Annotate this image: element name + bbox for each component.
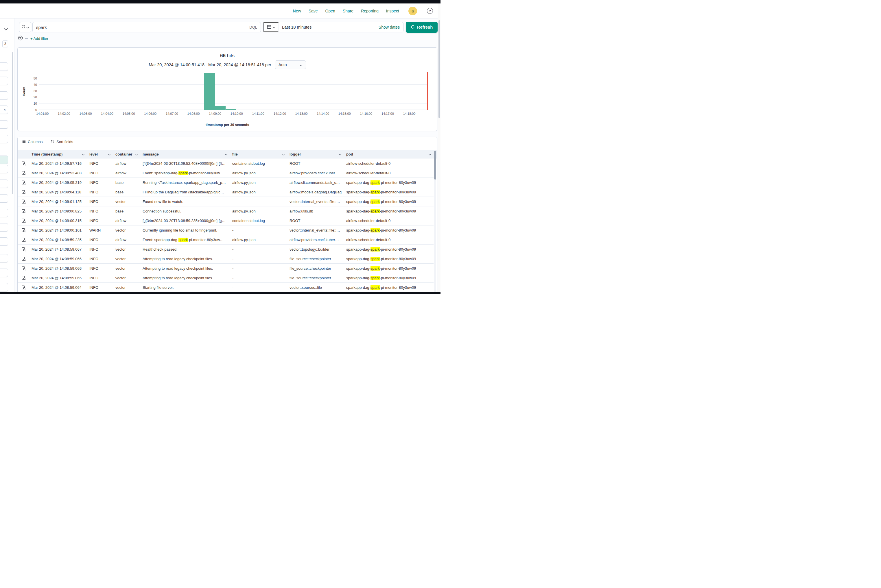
list-icon [22,140,26,144]
header-link-new[interactable]: New [293,9,301,13]
header-link-reporting[interactable]: Reporting [361,9,379,13]
columns-button[interactable]: Columns [22,140,42,144]
avatar[interactable]: a [408,7,417,15]
cell-level: INFO [87,159,113,168]
cell-level: INFO [87,216,113,225]
inspect-document-icon[interactable] [18,283,29,292]
show-dates-button[interactable]: Show dates [379,25,400,30]
inspect-document-icon[interactable] [18,159,29,168]
histogram-bar[interactable] [226,109,236,110]
cell-container: base [113,206,140,216]
field-item[interactable] [0,135,8,143]
inspect-document-icon[interactable] [18,197,29,206]
table-row[interactable]: Mar 20, 2024 @ 14:09:57.716 INFO airflow… [18,159,433,168]
inspect-document-icon[interactable] [18,216,29,225]
chevron-down-icon [135,152,138,156]
inspect-document-icon[interactable] [18,225,29,235]
field-item[interactable] [0,223,8,231]
table-row[interactable]: Mar 20, 2024 @ 14:09:05.219 INFO base Ru… [18,178,433,188]
saved-query-button[interactable] [19,22,31,32]
sort-fields-button[interactable]: Sort fields [51,140,73,144]
cell-file: airflow.py.json [230,235,287,244]
inspect-document-icon[interactable] [18,206,29,216]
table-row[interactable]: Mar 20, 2024 @ 14:08:59.065 INFO vector … [18,273,433,283]
column-header-level[interactable]: level [87,150,113,158]
cell-level: INFO [87,206,113,216]
cell-logger: vector::topology::builder [287,244,344,254]
field-item[interactable] [0,254,8,262]
page-scrollbar[interactable] [438,3,440,292]
cell-pod: sparkapp-dag-spark-pi-monitor-80y3uw09 [344,206,433,216]
table-row[interactable]: Mar 20, 2024 @ 14:08:59.066 INFO vector … [18,254,433,264]
cell-logger: airflow.utils.db [287,206,344,216]
cell-logger: ROOT [287,216,344,225]
chart-plot: 0102030405014:01:0014:02:0014:03:0014:04… [39,72,428,110]
remove-icon[interactable]: × [3,108,6,112]
field-item[interactable] [0,180,8,188]
column-header-message[interactable]: message [140,150,230,158]
x-axis-title: timestamp per 30 seconds [18,123,437,127]
field-item[interactable] [0,120,8,129]
header-link-open[interactable]: Open [325,9,335,13]
refresh-button[interactable]: Refresh [406,22,437,33]
field-item[interactable] [0,156,8,164]
cell-file: airflow.py.json [230,178,287,187]
add-filter-button[interactable]: + Add filter [30,36,48,41]
cell-pod: sparkapp-dag-spark-pi-monitor-80y3uw09 [344,244,433,254]
field-item[interactable] [0,237,8,246]
column-header-file[interactable]: file [230,150,287,158]
column-header-logger[interactable]: logger [287,150,344,158]
field-item[interactable] [0,209,8,217]
table-row[interactable]: Mar 20, 2024 @ 14:09:01.125 INFO vector … [18,197,433,206]
search-input[interactable] [33,25,249,30]
table-row[interactable]: Mar 20, 2024 @ 14:09:00.825 INFO base Co… [18,206,433,216]
table-row[interactable]: Mar 20, 2024 @ 14:09:04.118 INFO base Fi… [18,188,433,197]
inspect-document-icon[interactable] [18,254,29,263]
filter-set-icon[interactable] [18,36,23,42]
fields-count-badge: 3 [2,40,8,47]
table-row[interactable]: Mar 20, 2024 @ 14:08:59.064 INFO vector … [18,283,433,292]
cell-file: - [230,244,287,254]
time-range-label[interactable]: Last 18 minutes [278,25,379,30]
inspect-document-icon[interactable] [18,273,29,282]
histogram-bar[interactable] [215,106,226,110]
field-item[interactable] [0,92,8,100]
cell-time: Mar 20, 2024 @ 14:09:01.125 [29,197,87,206]
histogram-bar[interactable] [204,73,215,110]
column-header-container[interactable]: container [113,150,140,158]
field-item[interactable] [0,76,8,85]
inspect-document-icon[interactable] [18,235,29,244]
table-scrollbar[interactable] [434,150,436,294]
field-item[interactable] [0,165,8,173]
help-icon[interactable]: ? [427,8,433,14]
field-item[interactable] [0,268,8,277]
inspect-document-icon[interactable] [18,188,29,196]
field-item[interactable]: × [0,105,8,114]
table-row[interactable]: Mar 20, 2024 @ 14:08:59.067 INFO vector … [18,244,433,254]
table-row[interactable]: Mar 20, 2024 @ 14:09:00.315 INFO airflow… [18,216,433,225]
header-link-inspect[interactable]: Inspect [386,9,399,13]
header-link-share[interactable]: Share [343,9,353,13]
field-item[interactable] [0,194,8,202]
column-header-pod[interactable]: pod [344,150,433,158]
filter-bar: + Add filter [18,35,48,42]
field-item[interactable] [0,283,8,291]
inspect-document-icon[interactable] [18,178,29,187]
sidebar-scrollbar[interactable] [12,52,13,194]
field-item[interactable] [0,63,8,71]
inspect-document-icon[interactable] [18,244,29,254]
query-language-button[interactable]: DQL [249,25,261,30]
table-row[interactable]: Mar 20, 2024 @ 14:09:52.408 INFO airflow… [18,168,433,178]
table-row[interactable]: Mar 20, 2024 @ 14:08:59.066 INFO vector … [18,264,433,273]
chevron-down-icon[interactable] [4,27,8,32]
table-row[interactable]: Mar 20, 2024 @ 14:09:00.101 WARN vector … [18,225,433,235]
inspect-document-icon[interactable] [18,168,29,177]
cell-file: - [230,273,287,282]
y-tick-label: 10 [33,102,37,105]
calendar-button[interactable] [263,22,278,32]
table-row[interactable]: Mar 20, 2024 @ 14:08:59.235 INFO airflow… [18,235,433,244]
column-header-time-timestamp[interactable]: Time (timestamp) [29,150,87,158]
inspect-document-icon[interactable] [18,264,29,273]
interval-select[interactable]: Auto [275,60,306,69]
header-link-save[interactable]: Save [308,9,318,13]
